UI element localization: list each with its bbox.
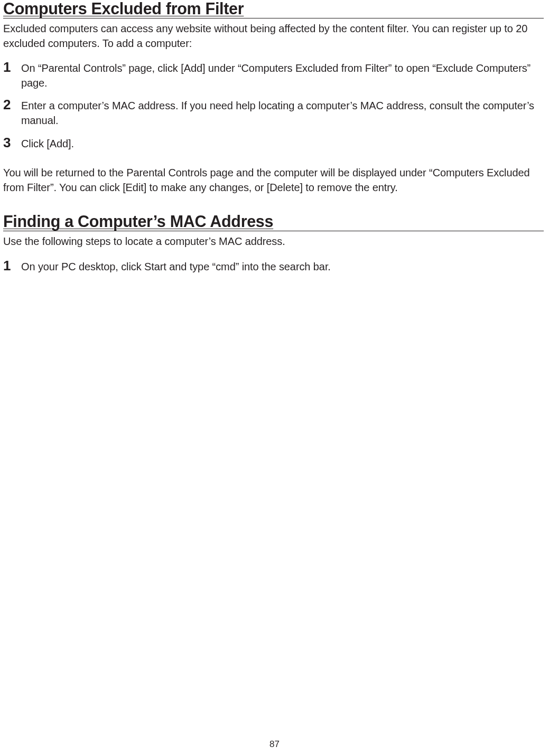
step-text: On your PC desktop, click Start and type…	[21, 260, 544, 275]
step-text: Enter a computer’s MAC address. If you n…	[21, 99, 544, 128]
step-item: 1 On “Parental Controls” page, click [Ad…	[3, 60, 544, 90]
page-number: 87	[0, 739, 549, 750]
section1-after: You will be returned to the Parental Con…	[3, 166, 544, 195]
step-item: 1 On your PC desktop, click Start and ty…	[3, 259, 544, 275]
section1-intro: Excluded computers can access any websit…	[3, 22, 544, 51]
section-heading-2: Finding a Computer’s MAC Address	[3, 213, 544, 231]
step-number: 3	[3, 136, 21, 149]
section-heading-1: Computers Excluded from Filter	[3, 0, 544, 18]
section-heading-2-text: Finding a Computer’s MAC Address	[3, 212, 273, 230]
step-number: 1	[3, 259, 21, 272]
section2-intro: Use the following steps to locate a comp…	[3, 234, 544, 249]
section-heading-1-text: Computers Excluded from Filter	[3, 0, 244, 17]
step-text: Click [Add].	[21, 137, 544, 152]
step-item: 3 Click [Add].	[3, 136, 544, 152]
step-number: 1	[3, 60, 21, 74]
step-item: 2 Enter a computer’s MAC address. If you…	[3, 98, 544, 128]
step-text: On “Parental Controls” page, click [Add]…	[21, 61, 544, 90]
step-number: 2	[3, 98, 21, 111]
